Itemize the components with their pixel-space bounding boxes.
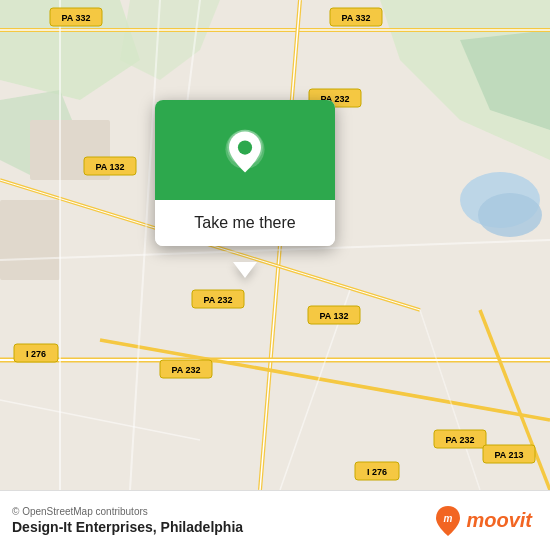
svg-text:PA 232: PA 232 (445, 435, 474, 445)
moovit-logo: m moovit (434, 504, 532, 538)
moovit-text: moovit (466, 509, 532, 532)
svg-text:PA 232: PA 232 (203, 295, 232, 305)
svg-text:PA 132: PA 132 (319, 311, 348, 321)
take-me-there-button[interactable]: Take me there (155, 200, 335, 246)
svg-text:PA 232: PA 232 (171, 365, 200, 375)
svg-text:PA 332: PA 332 (61, 13, 90, 23)
map-container: PA 332 PA 332 PA 132 PA 132 PA 232 PA 23… (0, 0, 550, 490)
svg-text:PA 332: PA 332 (341, 13, 370, 23)
svg-point-51 (238, 140, 252, 154)
svg-text:PA 213: PA 213 (494, 450, 523, 460)
footer: © OpenStreetMap contributors Design-It E… (0, 490, 550, 550)
popup-tail (233, 262, 257, 278)
popup-card: Take me there (155, 100, 335, 246)
svg-point-7 (478, 193, 542, 237)
location-pin-icon (221, 128, 269, 176)
map-attribution: © OpenStreetMap contributors (12, 506, 434, 517)
location-title: Design-It Enterprises, Philadelphia (12, 519, 434, 535)
svg-rect-9 (0, 200, 60, 280)
svg-text:PA 132: PA 132 (95, 162, 124, 172)
svg-text:I 276: I 276 (26, 349, 46, 359)
popup-header (155, 100, 335, 200)
svg-text:m: m (444, 513, 453, 524)
svg-text:I 276: I 276 (367, 467, 387, 477)
